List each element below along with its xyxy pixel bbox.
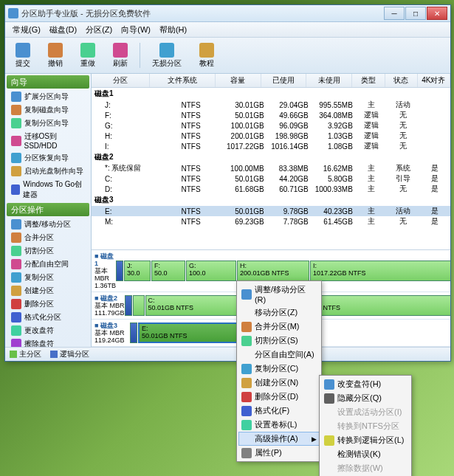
- sidebar-item[interactable]: Windows To Go创建器: [5, 178, 91, 201]
- context-submenu: 改变盘符(H) 隐藏分区(Q) 设置成活动分区(I) 转换到NTFS分区 转换到…: [319, 375, 412, 476]
- column-header[interactable]: 文件系统: [150, 74, 215, 87]
- disk-group-label: 磁盘2: [92, 151, 450, 163]
- sidebar-item[interactable]: 擦除盘符: [5, 337, 91, 347]
- maximize-button[interactable]: □: [405, 7, 426, 20]
- partition-row[interactable]: G: NTFS 100.01GB 96.09GB 3.92GB 逻辑 无: [92, 120, 450, 131]
- sidebar-item[interactable]: 删除分区: [5, 297, 91, 311]
- context-menu-item[interactable]: 格式化(F): [238, 404, 320, 418]
- toolbar-button[interactable]: 教程: [193, 41, 220, 70]
- legend-primary: 主分区: [10, 349, 41, 359]
- disk-group-label: 磁盘1: [92, 88, 450, 100]
- column-header[interactable]: 容量: [216, 74, 261, 87]
- partition-row[interactable]: H: NTFS 200.01GB 198.98GB 1.03GB 逻辑 无: [92, 131, 450, 141]
- partition-row[interactable]: J: NTFS 30.01GB 29.04GB 995.55MB 主 活动: [92, 100, 450, 110]
- toolbar-button[interactable]: 刷新: [107, 41, 134, 70]
- toolbar-button[interactable]: 提交: [10, 41, 36, 70]
- disk-head: [116, 261, 123, 281]
- sidebar-item[interactable]: 调整/移动分区: [5, 218, 91, 231]
- sidebar-item[interactable]: 分区恢复向导: [5, 151, 91, 165]
- context-menu-item[interactable]: 隐藏分区(Q): [321, 391, 410, 405]
- close-button[interactable]: ✕: [427, 7, 447, 20]
- context-menu-item[interactable]: 分区自由空间(A): [238, 348, 320, 362]
- context-menu-item[interactable]: 切割分区(S): [238, 334, 320, 348]
- context-menu: 调整/移动分区(R) 移动分区(Z) 合并分区(M) 切割分区(S) 分区自由空…: [236, 280, 322, 462]
- sidebar-item[interactable]: 格式化分区: [5, 311, 91, 324]
- column-header[interactable]: 分区: [92, 74, 150, 87]
- disk-head: [125, 295, 132, 316]
- column-header[interactable]: 状态: [385, 74, 418, 87]
- partition-row[interactable]: D: NTFS 61.68GB 60.71GB 1000.93MB 主 无 是: [92, 184, 450, 194]
- toolbar-button[interactable]: 无损分区: [146, 41, 188, 70]
- column-header[interactable]: 已使用: [261, 74, 307, 87]
- menu-item[interactable]: 常规(G): [8, 23, 45, 37]
- context-menu-item[interactable]: 合并分区(M): [238, 320, 320, 334]
- table-header: 分区文件系统容量已使用未使用类型状态4K对齐: [92, 74, 450, 88]
- sidebar-item[interactable]: 复制磁盘向导: [5, 103, 91, 117]
- menu-item[interactable]: 磁盘(D): [45, 23, 81, 37]
- context-menu-item[interactable]: 属性(P): [238, 446, 320, 460]
- titlebar: 分区助手专业版 - 无损分区免费软件 ─ □ ✕: [5, 5, 450, 22]
- partition-row[interactable]: F: NTFS 50.01GB 49.66GB 364.08MB 逻辑 无: [92, 110, 450, 120]
- toolbar-button[interactable]: 重做: [75, 41, 101, 70]
- partition-row[interactable]: C: NTFS 50.01GB 44.20GB 5.80GB 主 引导 是: [92, 173, 450, 184]
- sidebar-item[interactable]: 复制分区: [5, 271, 91, 284]
- menu-item[interactable]: 向导(W): [117, 23, 155, 37]
- partition-block[interactable]: [133, 295, 145, 316]
- sidebar-item[interactable]: 迁移OS到SSD/HDD: [5, 130, 91, 151]
- partition-block[interactable]: G:100.0: [186, 261, 236, 281]
- column-header[interactable]: 类型: [352, 74, 385, 87]
- column-header[interactable]: 未使用: [306, 74, 352, 87]
- sidebar-group-header[interactable]: 向导: [7, 75, 89, 89]
- app-icon: [8, 8, 18, 18]
- partition-row[interactable]: I: NTFS 1017.22GB 1016.14GB 1.08GB 逻辑 无: [92, 141, 450, 151]
- context-menu-item[interactable]: 改变盘符(H): [321, 377, 410, 391]
- context-menu-item[interactable]: 转换到逻辑分区(L): [321, 433, 410, 447]
- sidebar-item[interactable]: 分配自由空间: [5, 258, 91, 271]
- partition-block[interactable]: H:200.01GB NTFS: [237, 261, 309, 281]
- partition-block[interactable]: F:50.0: [151, 261, 185, 281]
- disk-group-label: 磁盘3: [92, 194, 450, 206]
- menu-item[interactable]: 帮助(H): [155, 23, 191, 37]
- context-menu-item[interactable]: 设置成活动分区(I): [321, 405, 410, 419]
- partition-row[interactable]: *: 系统保留 NTFS 100.00MB 83.38MB 16.62MB 主 …: [92, 163, 450, 173]
- column-header[interactable]: 4K对齐: [418, 74, 450, 87]
- window-title: 分区助手专业版 - 无损分区免费软件: [21, 8, 384, 19]
- partition-row[interactable]: M: NTFS 69.23GB 7.78GB 61.45GB 主 无 是: [92, 216, 450, 227]
- context-menu-item[interactable]: 设置卷标(L): [238, 418, 320, 432]
- context-menu-item[interactable]: 高级操作(A) ▶: [238, 432, 320, 446]
- disk-map-label: ■ 磁盘2基本 MBR111.79GB: [94, 294, 125, 317]
- partition-table: 磁盘1 J: NTFS 30.01GB 29.04GB 995.55MB 主 活…: [92, 88, 450, 249]
- toolbar: 提交撤销重做刷新无损分区教程: [5, 38, 450, 74]
- context-menu-item[interactable]: 移动分区(Z): [238, 306, 320, 320]
- sidebar-item[interactable]: 更改盘符: [5, 324, 91, 337]
- sidebar-item[interactable]: 扩展分区向导: [5, 90, 91, 103]
- minimize-button[interactable]: ─: [384, 7, 405, 20]
- partition-row[interactable]: E: NTFS 50.01GB 9.78GB 40.23GB 主 活动 是: [92, 206, 450, 216]
- context-menu-item[interactable]: 创建分区(N): [238, 376, 320, 390]
- partition-block[interactable]: J:30.0: [124, 261, 151, 281]
- sidebar-item[interactable]: 复制分区向导: [5, 117, 91, 130]
- menubar: 常规(G)磁盘(D)分区(Z)向导(W)帮助(H): [5, 22, 450, 38]
- main-window: 分区助手专业版 - 无损分区免费软件 ─ □ ✕ 常规(G)磁盘(D)分区(Z)…: [4, 4, 451, 362]
- disk-map-label: ■ 磁盘1基本 MBR1.36TB: [94, 252, 116, 289]
- sidebar-item[interactable]: 创建分区: [5, 284, 91, 297]
- sidebar-item[interactable]: 启动光盘制作向导: [5, 165, 91, 178]
- partition-block[interactable]: I:1017.22GB NTFS: [310, 261, 450, 281]
- legend-logical: 逻辑分区: [50, 349, 89, 359]
- context-menu-item[interactable]: 复制分区(C): [238, 362, 320, 376]
- disk-map-label: ■ 磁盘3基本 MBR119.24GB: [94, 322, 130, 344]
- toolbar-button[interactable]: 撤销: [42, 41, 69, 70]
- menu-item[interactable]: 分区(Z): [81, 23, 117, 37]
- context-menu-item[interactable]: 检测错误(K): [321, 447, 410, 461]
- context-menu-item[interactable]: 擦除数据(W): [321, 461, 410, 475]
- sidebar-item[interactable]: 切割分区: [5, 244, 91, 258]
- context-menu-item[interactable]: 转换到NTFS分区: [321, 419, 410, 433]
- sidebar-group-header[interactable]: 分区操作: [7, 203, 89, 216]
- disk-head: [130, 322, 137, 343]
- statusbar: 主分区 逻辑分区: [5, 347, 450, 361]
- sidebar-item[interactable]: 合并分区: [5, 231, 91, 244]
- sidebar: 向导扩展分区向导复制磁盘向导复制分区向导迁移OS到SSD/HDD分区恢复向导启动…: [5, 74, 92, 347]
- context-menu-item[interactable]: 调整/移动分区(R): [238, 283, 320, 306]
- context-menu-item[interactable]: 删除分区(D): [238, 390, 320, 404]
